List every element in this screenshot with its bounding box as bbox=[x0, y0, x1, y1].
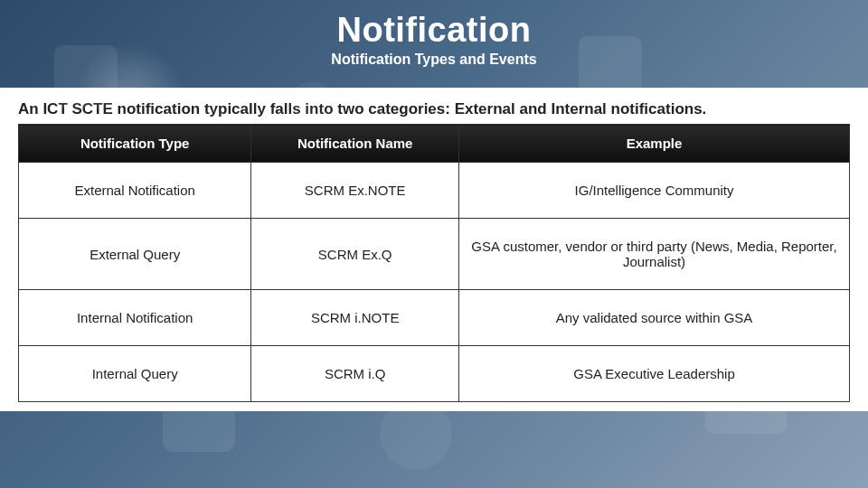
table-row: External Notification SCRM Ex.NOTE IG/In… bbox=[19, 163, 850, 219]
table-row: Internal Notification SCRM i.NOTE Any va… bbox=[19, 290, 850, 346]
decorative-icon bbox=[579, 36, 642, 99]
cell-example: Any validated source within GSA bbox=[459, 290, 850, 346]
cell-name: SCRM Ex.Q bbox=[251, 219, 459, 290]
cell-name: SCRM i.Q bbox=[251, 346, 459, 402]
col-header-name: Notification Name bbox=[251, 125, 459, 163]
slide-header: Notification Notification Types and Even… bbox=[0, 0, 868, 68]
table-row: Internal Query SCRM i.Q GSA Executive Le… bbox=[19, 346, 850, 402]
decorative-icon bbox=[289, 81, 335, 127]
notification-table: Notification Type Notification Name Exam… bbox=[18, 124, 850, 402]
cell-type: Internal Notification bbox=[19, 290, 251, 346]
cell-type: External Query bbox=[19, 219, 251, 290]
table-row: External Query SCRM Ex.Q GSA customer, v… bbox=[19, 219, 850, 290]
table-header-row: Notification Type Notification Name Exam… bbox=[19, 125, 850, 163]
notification-table-wrap: Notification Type Notification Name Exam… bbox=[18, 124, 850, 402]
cell-name: SCRM i.NOTE bbox=[251, 290, 459, 346]
cell-example: IG/Intelligence Community bbox=[459, 163, 850, 219]
cell-type: External Notification bbox=[19, 163, 251, 219]
page-title: Notification bbox=[0, 11, 868, 50]
cell-example: GSA customer, vendor or third party (New… bbox=[459, 219, 850, 290]
intro-text: An ICT SCTE notification typically falls… bbox=[18, 100, 850, 118]
intro-band: An ICT SCTE notification typically falls… bbox=[0, 88, 868, 411]
cell-example: GSA Executive Leadership bbox=[459, 346, 850, 402]
cell-type: Internal Query bbox=[19, 346, 251, 402]
decorative-fade bbox=[0, 434, 868, 488]
col-header-example: Example bbox=[459, 125, 850, 163]
cell-name: SCRM Ex.NOTE bbox=[251, 163, 459, 219]
decorative-icon bbox=[54, 45, 118, 108]
col-header-type: Notification Type bbox=[19, 125, 251, 163]
page-subtitle: Notification Types and Events bbox=[0, 52, 868, 68]
